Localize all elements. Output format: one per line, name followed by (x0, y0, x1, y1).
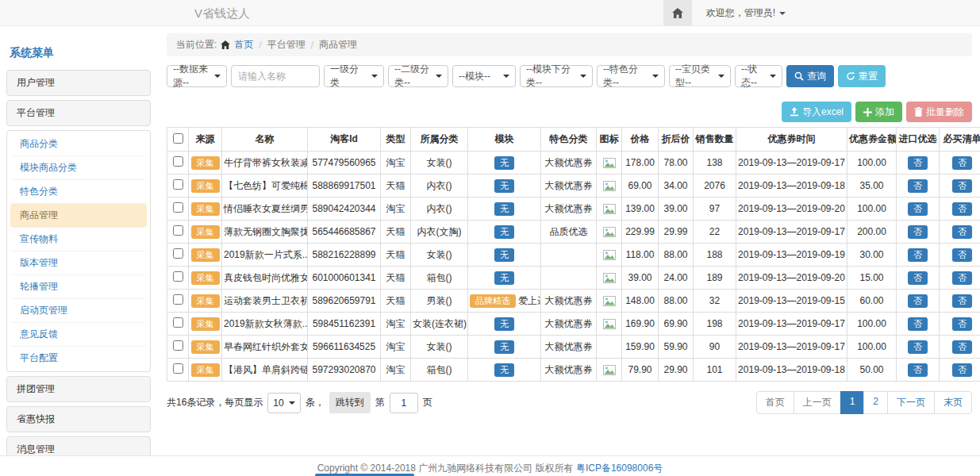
sidebar-item-轮播管理[interactable]: 轮播管理 (10, 275, 147, 299)
sidebar-item-平台配置[interactable]: 平台配置 (10, 347, 147, 370)
row-checkbox[interactable] (173, 179, 183, 190)
must-buy-toggle-badge[interactable]: 否 (952, 156, 972, 170)
trash-icon (914, 107, 923, 117)
must-buy-toggle-badge[interactable]: 否 (952, 340, 972, 354)
import-toggle-badge[interactable]: 否 (908, 202, 928, 216)
add-button[interactable]: 添加 (855, 102, 902, 122)
import-select-cell: 否 (897, 152, 940, 175)
sidebar-panel-消息管理[interactable]: 消息管理 (6, 436, 151, 456)
discount-price-cell: 88.00 (659, 244, 694, 267)
records-total-text: 共16条记录，每页显示 (167, 396, 263, 409)
sidebar-item-商品管理[interactable]: 商品管理 (10, 204, 147, 228)
row-checkbox[interactable] (173, 271, 183, 282)
search-button[interactable]: 查询 (786, 65, 834, 87)
filter-select-3[interactable]: --二级分类-- (388, 65, 448, 87)
sidebar-panel-用户管理[interactable]: 用户管理 (6, 70, 151, 96)
sidebar-item-特色分类[interactable]: 特色分类 (10, 180, 147, 204)
module-cell-td: 品牌精选爱上运动 (468, 290, 541, 313)
import-toggle-badge[interactable]: 否 (908, 340, 928, 354)
row-checkbox[interactable] (173, 294, 183, 305)
icp-link[interactable]: 粤ICP备16098006号 (576, 463, 663, 474)
sidebar-item-启动页管理[interactable]: 启动页管理 (10, 299, 147, 323)
row-checkbox[interactable] (173, 248, 183, 259)
select-all-checkbox[interactable] (173, 133, 183, 144)
home-button[interactable] (663, 0, 692, 26)
price-cell: 178.00 (622, 152, 659, 175)
must-buy-toggle-badge[interactable]: 否 (952, 225, 972, 239)
row-checkbox[interactable] (173, 340, 183, 351)
must-buy-toggle-badge[interactable]: 否 (952, 248, 972, 262)
sidebar-panel-省惠快报[interactable]: 省惠快报 (6, 406, 151, 432)
import-toggle-badge[interactable]: 否 (908, 225, 928, 239)
sidebar-item-意见反馈[interactable]: 意见反馈 (10, 323, 147, 347)
sidebar-item-模块商品分类[interactable]: 模块商品分类 (10, 156, 147, 180)
module-badge: 无 (494, 248, 514, 262)
must-buy-toggle-badge[interactable]: 否 (952, 363, 972, 377)
breadcrumb-home-link[interactable]: 首页 (234, 38, 253, 52)
filter-select-1[interactable]: --数据来源-- (167, 65, 227, 87)
source-badge: 采集 (191, 179, 220, 193)
row-select-cell (167, 198, 189, 221)
sidebar-panel-拼团管理[interactable]: 拼团管理 (6, 376, 151, 402)
must-buy-toggle-badge[interactable]: 否 (952, 179, 972, 193)
row-select-cell (167, 152, 189, 175)
filter-select-4[interactable]: --模块-- (452, 65, 516, 87)
taoke-id-cell: 601000601341 (308, 267, 381, 290)
table-row: 采集【港风】单肩斜跨链条...597293020870淘宝箱包()无大额优惠券7… (167, 359, 980, 382)
import-toggle-badge[interactable]: 否 (908, 294, 928, 308)
name-search-input[interactable] (231, 65, 320, 87)
type-cell: 天猫 (381, 267, 411, 290)
source-cell: 采集 (189, 336, 222, 359)
row-checkbox[interactable] (173, 363, 183, 374)
name-cell: 真皮钱包时尚优雅女士... (222, 267, 308, 290)
module-cell: 无 (494, 225, 514, 239)
module-badge: 品牌精选 (470, 294, 516, 308)
sidebar-item-商品分类[interactable]: 商品分类 (10, 132, 147, 156)
filter-select-8[interactable]: --状态-- (735, 65, 782, 87)
sidebar-item-版本管理[interactable]: 版本管理 (10, 251, 147, 275)
taoke-id-cell: 577479560965 (308, 152, 381, 175)
filter-select-2[interactable]: 一级分类 (324, 65, 384, 87)
must-buy-toggle-badge[interactable]: 否 (952, 271, 972, 285)
must-buy-toggle-badge[interactable]: 否 (952, 317, 972, 331)
user-menu[interactable]: 欢迎您，管理员! (706, 6, 786, 20)
pager-first[interactable]: 首页 (756, 391, 794, 414)
reset-button[interactable]: 重置 (838, 65, 886, 87)
import-toggle-badge[interactable]: 否 (908, 248, 928, 262)
filter-select-value: --模块-- (459, 70, 490, 83)
import-toggle-badge[interactable]: 否 (908, 179, 928, 193)
filter-select-7[interactable]: --宝贝类型-- (669, 65, 731, 87)
pager-page-1[interactable]: 1 (840, 391, 865, 414)
source-cell: 采集 (189, 152, 222, 175)
import-toggle-badge[interactable]: 否 (908, 156, 928, 170)
page-number-input[interactable] (390, 393, 418, 413)
must-buy-toggle-badge[interactable]: 否 (952, 202, 972, 216)
pager-last[interactable]: 末页 (934, 391, 972, 414)
sidebar-panel-平台管理[interactable]: 平台管理 (6, 100, 151, 126)
import-toggle-badge[interactable]: 否 (908, 317, 928, 331)
sidebar-item-宣传物料[interactable]: 宣传物料 (10, 228, 147, 251)
price-cell: 39.00 (622, 267, 659, 290)
batch-delete-button[interactable]: 批量删除 (906, 102, 972, 122)
source-badge: 采集 (191, 202, 220, 216)
module-cell-td: 无 (468, 359, 541, 382)
import-toggle-badge[interactable]: 否 (908, 271, 928, 285)
jump-button[interactable]: 跳转到 (329, 392, 371, 413)
row-checkbox[interactable] (173, 317, 183, 328)
row-checkbox[interactable] (173, 156, 183, 167)
per-page-select[interactable]: 10 (267, 393, 300, 413)
row-checkbox[interactable] (173, 225, 183, 236)
must-buy-toggle-badge[interactable]: 否 (952, 294, 972, 308)
filter-select-5[interactable]: --模块下分类-- (520, 65, 593, 87)
row-checkbox[interactable] (173, 202, 183, 213)
pagination-bar: 共16条记录，每页显示 10 条， 跳转到 第 页 首页上一页12下一页末页 (167, 391, 972, 414)
filter-select-6[interactable]: --特色分类-- (597, 65, 665, 87)
pager-prev[interactable]: 上一页 (794, 391, 841, 414)
breadcrumb-separator: / (257, 40, 263, 51)
pager-next[interactable]: 下一页 (887, 391, 935, 414)
pager-page-2[interactable]: 2 (863, 391, 888, 414)
import-toggle-badge[interactable]: 否 (908, 363, 928, 377)
price-cell: 79.90 (622, 359, 659, 382)
import-excel-button[interactable]: 导入excel (782, 102, 851, 122)
name-cell: 薄款无钢圈文胸聚拢性... (222, 221, 308, 244)
